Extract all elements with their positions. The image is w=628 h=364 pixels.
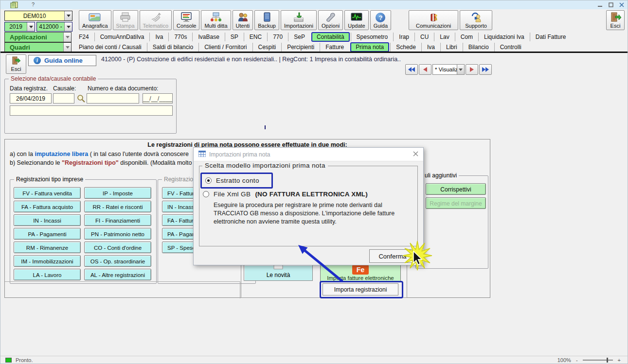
imputazione-libera-link[interactable]: imputazione libera: [35, 151, 88, 157]
tab-app-4[interactable]: IvaBase: [192, 33, 224, 41]
opzioni-button[interactable]: Opzioni: [318, 10, 343, 30]
causale-input[interactable]: [53, 93, 74, 104]
dialog-close-icon[interactable]: [413, 151, 418, 158]
minimize-icon[interactable]: [597, 2, 603, 8]
tab-app-14[interactable]: Com: [455, 33, 478, 41]
tab-quadro-11[interactable]: Controlli: [494, 43, 527, 52]
company-select[interactable]: DEM010: [4, 11, 72, 21]
reg-tipo-button-2[interactable]: IN - Incassi: [14, 214, 81, 226]
tab-app-3[interactable]: 770s: [168, 33, 192, 41]
year-dropdown-arrow-icon[interactable]: [27, 22, 35, 31]
tab-app-7[interactable]: 770: [267, 33, 288, 41]
reg-tipo-button-5[interactable]: IM - Immobilizzazioni: [14, 255, 81, 267]
tab-app-0[interactable]: F24: [73, 33, 94, 41]
tab-app-2[interactable]: Iva: [149, 33, 168, 41]
utenti-button[interactable]: Utenti: [233, 10, 253, 30]
update-icon: [351, 12, 362, 22]
reg-tipo-button-7[interactable]: IP - Imposte: [84, 187, 151, 199]
applicazioni-select[interactable]: Applicazioni: [4, 32, 72, 42]
modulo-button-0[interactable]: Corrispettivi: [426, 183, 486, 195]
registrazioni-tipo-link[interactable]: "Registrazioni tipo": [62, 159, 119, 166]
maximize-icon[interactable]: [608, 2, 614, 8]
data-registraz-input[interactable]: 26/04/2019: [10, 93, 52, 104]
guida-button[interactable]: ? Guida: [370, 10, 391, 30]
year-select[interactable]: 2019: [4, 22, 35, 32]
tab-app-9[interactable]: Contabilità: [311, 32, 350, 42]
reg-tipo-button-12[interactable]: OS - Op. straordinarie: [84, 255, 151, 267]
reg-tipo-button-0[interactable]: FV - Fattura vendita: [14, 187, 81, 199]
supporto-button[interactable]: Supporto: [460, 10, 492, 30]
backup-button[interactable]: Backup: [254, 10, 279, 30]
tab-quadro-2[interactable]: Clienti / Fornitori: [198, 43, 252, 52]
tab-quadro-1[interactable]: Saldi di bilancio: [147, 43, 198, 52]
next-record-button[interactable]: [466, 64, 478, 75]
tab-app-16[interactable]: Dati Fatture: [530, 33, 572, 41]
zoom-slider-thumb[interactable]: [607, 358, 608, 363]
visualizza-select[interactable]: * Visualizz: [432, 64, 465, 75]
reg-tipo-button-1[interactable]: FA - Fattura acquisto: [14, 201, 81, 212]
reg-tipo-button-13[interactable]: AL - Altre registrazioni: [84, 269, 151, 280]
tab-app-13[interactable]: Lav: [434, 33, 454, 41]
numero-documento-input[interactable]: [87, 93, 139, 104]
tab-quadro-8[interactable]: Iva: [421, 43, 440, 52]
tab-quadro-7[interactable]: Schede: [390, 43, 421, 52]
tab-quadro-4[interactable]: Percipienti: [281, 43, 320, 52]
importa-fatture-elettroniche-button[interactable]: Fe Importa fatture elettroniche: [320, 262, 401, 282]
tab-app-8[interactable]: SeP: [288, 33, 310, 41]
last-record-button[interactable]: [479, 64, 492, 75]
causale-search-icon[interactable]: [77, 94, 85, 104]
reg-tipo-button-10[interactable]: PN - Patrimonio netto: [84, 228, 151, 240]
data-documento-mask-input[interactable]: __/__/____: [143, 93, 173, 104]
code-select[interactable]: 412000 -: [36, 22, 72, 32]
applicazioni-arrow-icon[interactable]: [63, 33, 71, 42]
close-icon[interactable]: [618, 2, 625, 8]
modulo-button-1[interactable]: Regime del margine: [426, 197, 486, 209]
reg-tipo-button-11[interactable]: CO - Conti d'ordine: [84, 242, 151, 253]
file-xml-radio[interactable]: File Xml GB (NO FATTURA ELETTRONICA XML): [203, 191, 368, 198]
first-record-button[interactable]: [405, 64, 418, 75]
reg-tipo-button-3[interactable]: PA - Pagamenti: [14, 228, 81, 240]
tab-app-5[interactable]: SP: [225, 33, 244, 41]
reg-tipo-button-4[interactable]: RM - Rimanenze: [14, 242, 81, 253]
reg-tipo-button-8[interactable]: RR - Ratei e risconti: [84, 201, 151, 212]
conferma-button[interactable]: Conferma: [369, 249, 416, 263]
company-dropdown-arrow-icon[interactable]: [64, 11, 72, 20]
importazioni-button[interactable]: Importazioni: [281, 10, 317, 30]
reg-tipo-button-6[interactable]: LA - Lavoro: [14, 269, 81, 280]
dialog-title-bar[interactable]: Importazioni prima nota: [194, 148, 423, 161]
tab-quadro-6[interactable]: Prima nota: [350, 42, 389, 52]
zoom-slider[interactable]: [583, 360, 613, 361]
tab-app-11[interactable]: Irap: [393, 33, 414, 41]
tab-quadro-9[interactable]: Libri: [440, 43, 463, 52]
tab-quadro-0[interactable]: Piano dei conti / Causali: [73, 43, 147, 52]
guida-online-button[interactable]: i Guida online: [28, 55, 96, 66]
previous-record-button[interactable]: [419, 64, 431, 75]
zoom-out-button[interactable]: -: [576, 357, 578, 363]
update-button[interactable]: Update: [344, 10, 368, 30]
code-dropdown-arrow-icon[interactable]: [64, 22, 72, 31]
radio-selected-icon[interactable]: [205, 177, 212, 184]
visualizza-arrow-icon[interactable]: [457, 65, 464, 74]
estratto-conto-radio[interactable]: Estratto conto: [205, 177, 259, 184]
tab-app-1[interactable]: ComuAnnDatiIva: [94, 33, 150, 41]
zoom-in-button[interactable]: +: [618, 357, 621, 363]
descrizione-input[interactable]: [10, 105, 173, 116]
tab-app-12[interactable]: CU: [414, 33, 434, 41]
le-novita-button[interactable]: Le novità: [244, 265, 313, 281]
comunicazioni-button[interactable]: Comunicazioni: [409, 10, 458, 30]
tab-app-6[interactable]: ENC: [244, 33, 267, 41]
tab-app-10[interactable]: Spesometro: [351, 33, 394, 41]
console-button[interactable]: Console: [173, 10, 199, 30]
quadri-select[interactable]: Quadri: [4, 42, 72, 52]
multi-ditta-button[interactable]: Multi ditta: [201, 10, 231, 30]
esci-top-button[interactable]: Esci: [606, 10, 625, 30]
quadri-arrow-icon[interactable]: [63, 43, 71, 52]
tab-quadro-5[interactable]: Fatture: [320, 43, 349, 52]
anagrafica-button[interactable]: Anagrafica: [79, 10, 111, 30]
tab-app-15[interactable]: Liquidazioni Iva: [478, 33, 530, 41]
tab-quadro-10[interactable]: Bilancio: [463, 43, 494, 52]
radio-unselected-icon[interactable]: [203, 191, 209, 197]
esci-page-button[interactable]: Esci: [6, 54, 26, 74]
tab-quadro-3[interactable]: Cespiti: [252, 43, 282, 52]
reg-tipo-button-9[interactable]: FI - Finanziamenti: [84, 214, 151, 226]
